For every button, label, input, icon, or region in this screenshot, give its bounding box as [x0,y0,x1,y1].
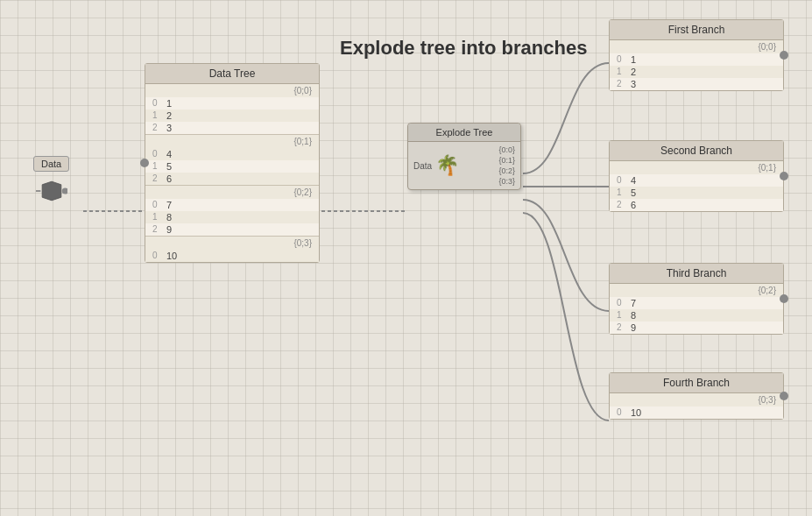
port-0: {0:0} [462,145,515,154]
row-0-2: 23 [145,122,319,134]
data-tree-left-connector [140,159,149,167]
row-0-1: 12 [145,110,319,122]
hex-icon [36,175,67,209]
fourth-branch-node: Fourth Branch {0;3} 010 [609,372,784,420]
port-3: {0:3} [462,177,515,186]
row-1-1: 15 [145,160,319,173]
palm-tree-icon: 🌴 [435,156,459,175]
section-1-path: {0;1} [145,135,319,148]
third-branch-node: Third Branch {0;2} 07 18 29 [609,263,784,335]
row-2-2: 29 [145,223,319,236]
row-3-0: 010 [145,250,319,262]
third-branch-right-dot [780,294,788,303]
fourth-branch-path: {0;3} [610,393,783,406]
row-1-0: 04 [145,148,319,160]
fourth-branch-right-dot [780,392,788,400]
third-branch-path: {0;2} [610,284,783,297]
port-2: {0:2} [462,166,515,175]
data-tree-node: Data Tree {0;0} 01 12 23 {0;1} 04 15 26 … [145,63,320,263]
row-0-0: 01 [145,97,319,110]
section-2-path: {0;2} [145,186,319,199]
first-branch-title: First Branch [610,20,783,40]
explode-label: Explode tree into branches [340,37,587,60]
first-branch-right-dot [780,51,788,60]
row-2-1: 18 [145,211,319,223]
second-branch-path: {0;1} [610,161,783,174]
first-branch-node: First Branch {0;0} 01 12 23 [609,19,784,91]
explode-tree-node[interactable]: Explode Tree Data 🌴 {0:0} {0:1} {0:2} {0… [407,123,521,190]
data-param-node: Data [33,156,69,209]
explode-tree-title: Explode Tree [408,124,520,142]
fourth-branch-title: Fourth Branch [610,373,783,393]
svg-point-4 [61,187,67,194]
second-branch-node: Second Branch {0;1} 04 15 26 [609,140,784,212]
port-1: {0:1} [462,156,515,165]
section-0-path: {0;0} [145,84,319,97]
explode-ports: {0:0} {0:1} {0:2} {0:3} [462,145,515,186]
section-3-path: {0;3} [145,237,319,250]
third-branch-title: Third Branch [610,264,783,284]
svg-marker-3 [42,181,61,201]
explode-input-label: Data [413,161,432,171]
second-branch-right-dot [780,172,788,180]
second-branch-title: Second Branch [610,141,783,161]
first-branch-path: {0;0} [610,40,783,53]
explode-tree-body: Data 🌴 {0:0} {0:1} {0:2} {0:3} [408,142,520,189]
data-tree-title: Data Tree [145,64,319,84]
data-param-label: Data [33,156,69,172]
row-2-0: 07 [145,199,319,211]
row-1-2: 26 [145,173,319,185]
